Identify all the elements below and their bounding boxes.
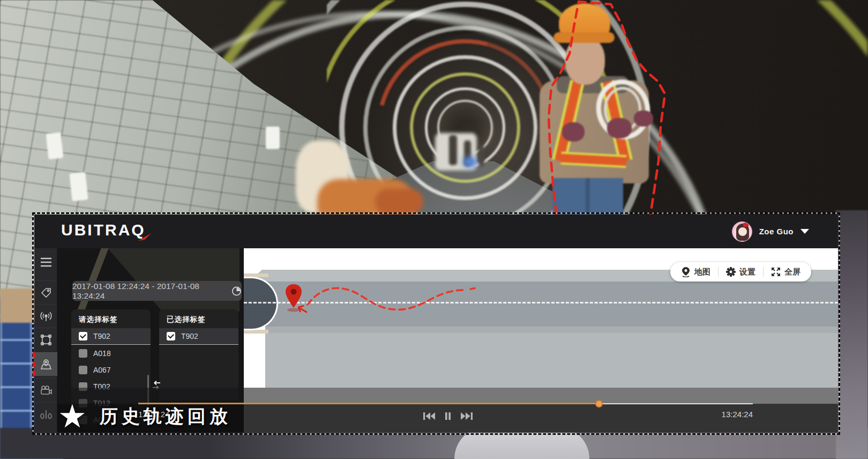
sidebar [34, 248, 57, 433]
trajectory-layer [273, 278, 480, 329]
tag-label: T902 [181, 332, 198, 340]
skip-back-button[interactable] [423, 412, 436, 420]
selected-tags-panel: 已选择标签 T902 [159, 309, 238, 401]
tag-label: A067 [93, 366, 111, 374]
hamburger-icon [40, 257, 52, 267]
tan-box [0, 288, 35, 323]
map-pin-icon [681, 266, 691, 277]
tag-label: A018 [93, 349, 111, 358]
user-menu[interactable]: Zoe Guo [732, 221, 809, 242]
tag-row[interactable]: T902 [159, 328, 238, 345]
worker-selection-outline [528, 0, 672, 214]
skip-back-icon [423, 412, 436, 420]
tag-checkbox[interactable] [167, 332, 175, 340]
star-icon: ★ [58, 401, 87, 432]
app-header: UBITRAQ Zoe Guo [34, 214, 838, 248]
wall-box [46, 132, 64, 160]
screenshot-root: UBITRAQ Zoe Guo [0, 0, 868, 459]
sidebar-item-signal[interactable] [34, 304, 57, 328]
app-logo: UBITRAQ [61, 221, 152, 242]
sidebar-item-stats[interactable] [34, 402, 57, 426]
selected-tags-title: 已选择标签 [159, 315, 238, 324]
gear-icon [726, 267, 736, 277]
user-name: Zoe Guo [759, 227, 794, 236]
timeline-remainder [599, 403, 753, 404]
sidebar-item-menu[interactable] [34, 250, 57, 274]
tag-row[interactable]: T902 [71, 328, 151, 345]
trajectory-path [308, 288, 466, 309]
track-playback-icon [40, 358, 53, 371]
road-lower-band [244, 333, 838, 388]
trajectory-arrowhead [298, 306, 306, 313]
date-range-text: 2017-01-08 12:24:24 - 2017-01-08 13:24:2… [72, 282, 226, 301]
wall-paper [266, 127, 280, 149]
tag-checkbox[interactable] [79, 332, 87, 340]
logo-text: UBITRAQ [61, 221, 146, 239]
logo-arrow-icon [137, 230, 152, 242]
location-pin-icon [286, 284, 302, 308]
caption-text: 历史轨迹回放 [100, 404, 231, 429]
sidebar-item-zones[interactable] [34, 328, 57, 351]
road-right-edge [836, 210, 868, 459]
pause-button[interactable] [445, 412, 451, 420]
video-camera-icon [40, 385, 53, 396]
date-range-picker[interactable]: 2017-01-08 12:24:24 - 2017-01-08 13:24:2… [72, 281, 242, 301]
annotation-caption: ★ 历史轨迹回放 [58, 401, 231, 432]
tag-icon [40, 287, 52, 299]
tag-checkbox[interactable] [79, 349, 87, 358]
active-item-red-marker [33, 352, 35, 376]
pause-icon [445, 412, 451, 420]
chevron-down-icon[interactable] [800, 229, 809, 234]
pin-shadow [287, 308, 300, 312]
clock-icon [231, 286, 242, 297]
skip-forward-button[interactable] [460, 412, 473, 420]
avatar[interactable] [732, 221, 752, 242]
zones-icon [40, 334, 52, 346]
sidebar-item-camera[interactable] [34, 378, 57, 402]
wall-box [69, 172, 88, 202]
fullscreen-icon [771, 267, 781, 277]
available-tags-title: 请选择标签 [71, 315, 151, 324]
tag-checkbox[interactable] [79, 366, 87, 374]
signal-icon [40, 310, 53, 322]
app-window: UBITRAQ Zoe Guo [34, 214, 838, 433]
fullscreen-button[interactable]: 全屏 [764, 262, 808, 282]
stats-icon [40, 409, 53, 420]
skip-forward-icon [460, 412, 473, 420]
settings-button[interactable]: 设置 [719, 262, 763, 282]
tag-row[interactable]: A018 [71, 345, 151, 361]
tag-row[interactable]: A067 [71, 361, 151, 378]
map-toolbar: 地图 设置 全屏 [670, 262, 811, 282]
map-button[interactable]: 地图 [674, 262, 718, 282]
sidebar-item-track-playback[interactable] [34, 352, 57, 376]
sidebar-item-tags[interactable] [34, 280, 57, 304]
selected-tags-list: T902 [159, 328, 238, 345]
tag-label: T902 [93, 332, 110, 340]
